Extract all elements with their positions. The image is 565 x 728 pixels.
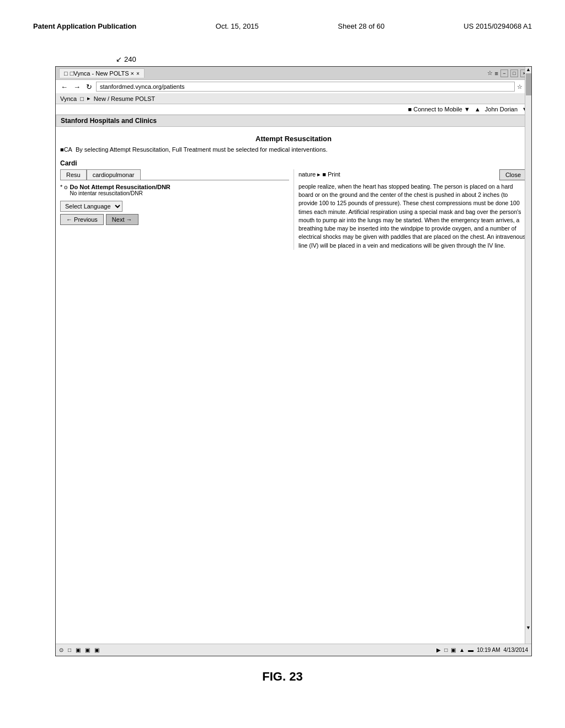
- user-name[interactable]: John Dorian: [485, 106, 518, 113]
- status-icon-2: □: [68, 647, 71, 653]
- tab-icon: □: [64, 70, 68, 77]
- app-navbar: Vynca □ ▸ New / Resume POLST: [56, 93, 531, 104]
- nav-breadcrumb-label: New / Resume POLST: [94, 95, 155, 102]
- restore-button[interactable]: □: [510, 69, 518, 77]
- browser-titlebar: □ □Vynca - New POLTS × × ☆ ≡ − □ ×: [56, 67, 531, 80]
- window-controls: ☆ ≡ − □ ×: [487, 69, 528, 77]
- nav-home-label[interactable]: Vynca: [60, 95, 77, 102]
- status-icon-4: ▣: [85, 647, 90, 653]
- arrow-symbol: ↙: [116, 55, 122, 63]
- patent-number: US 2015/0294068 A1: [463, 22, 532, 30]
- forward-button[interactable]: →: [72, 83, 82, 91]
- status-icon-1[interactable]: ⊙: [59, 647, 63, 653]
- app-mockup: □ □Vynca - New POLTS × × ☆ ≡ − □ × ←: [55, 66, 532, 656]
- status-icon-3: ▣: [76, 647, 81, 653]
- nav-icon-right: ▶: [436, 647, 441, 653]
- connect-icon: ■: [408, 106, 412, 113]
- nav-icon: □: [80, 95, 84, 102]
- status-right: ▶ □ ▣ ▲ ▬ 10:19 AM 4/13/2014: [436, 647, 528, 653]
- radio-dnr-label: Do Not Attempt Resuscitation/DNR: [70, 184, 170, 190]
- form-subtitle: By selecting Attempt Resuscitation, Full…: [76, 146, 328, 153]
- figure-label: FIG. 23: [262, 670, 302, 684]
- radio-dnr-symbol[interactable]: * o: [60, 184, 67, 190]
- resuscitation-description: people realize, when the heart has stopp…: [299, 183, 527, 250]
- language-select[interactable]: Select Language: [60, 201, 122, 212]
- tabs-row: Resu cardiopulmonar: [60, 169, 289, 180]
- connect-bar: ■ Connect to Mobile ▼ ▲ John Dorian ▼: [56, 104, 531, 115]
- close-button[interactable]: Close: [499, 169, 527, 180]
- signal-icon: ▲: [459, 647, 465, 653]
- refresh-button[interactable]: ↻: [84, 83, 94, 91]
- nav-separator: ▸: [87, 95, 90, 102]
- address-bar-input[interactable]: [96, 82, 515, 92]
- back-button[interactable]: ←: [59, 83, 70, 91]
- page-container: Patent Application Publication Oct. 15, …: [0, 0, 565, 728]
- status-time: 10:19 AM: [477, 647, 500, 653]
- browser-addressbar: ← → ↻ ☆ ≡: [56, 80, 531, 93]
- scroll-up-arrow[interactable]: ▲: [525, 67, 531, 72]
- figure-ref-number: 240: [124, 55, 136, 63]
- grid-icon: ▣: [451, 647, 456, 653]
- tab-cardiopulmonar[interactable]: cardiopulmonar: [87, 169, 141, 180]
- tab-resu[interactable]: Resu: [60, 169, 87, 180]
- connect-label: Connect to Mobile: [413, 106, 462, 113]
- section-header: Stanford Hospitals and Clinics: [56, 115, 531, 127]
- cardi-section-label: Cardi: [60, 159, 527, 167]
- right-column: nature ▸ ■ Print Close people realize, w…: [294, 169, 527, 250]
- form-section: Attempt Resuscitation ■CA By selecting A…: [56, 129, 531, 253]
- checkbox-ca[interactable]: ■CA: [60, 146, 72, 153]
- status-date: 4/13/2014: [504, 647, 529, 653]
- connect-mobile-button[interactable]: ■ Connect to Mobile ▼: [408, 106, 470, 113]
- star-icon[interactable]: ☆: [487, 69, 493, 77]
- form-title: Attempt Resuscitation: [60, 132, 527, 146]
- user-icon: ▲: [475, 106, 481, 113]
- patent-sheet: Sheet 28 of 60: [338, 22, 385, 30]
- two-col-layout: Resu cardiopulmonar * o Do Not Attempt R…: [60, 169, 527, 250]
- nav-buttons: ← Previous Next →: [60, 214, 289, 225]
- form-subtitle-row: ■CA By selecting Attempt Resuscitation, …: [60, 146, 527, 157]
- figure-ref-arrow: ↙ 240: [116, 55, 136, 63]
- battery-icon: ▬: [468, 647, 473, 653]
- status-bar: ⊙ □ ▣ ▣ ▣ ▶ □ ▣ ▲ ▬ 10:19 AM 4/13/2014: [56, 644, 531, 656]
- next-button[interactable]: Next →: [106, 214, 138, 225]
- radio-group: * o Do Not Attempt Resuscitation/DNR No …: [60, 184, 289, 196]
- patent-title: Patent Application Publication: [33, 22, 136, 30]
- previous-button[interactable]: ← Previous: [60, 214, 104, 225]
- section-header-text: Stanford Hospitals and Clinics: [61, 117, 157, 125]
- minimize-button[interactable]: −: [500, 69, 508, 77]
- radio-dnr: * o Do Not Attempt Resuscitation/DNR No …: [60, 184, 289, 196]
- tab-close-icon[interactable]: ×: [136, 71, 140, 77]
- scroll-down-arrow[interactable]: ▼: [525, 625, 531, 630]
- menu-icon[interactable]: ≡: [495, 70, 498, 77]
- status-icon-5: ▣: [94, 647, 99, 653]
- radio-dnr-sublabel: No intentar resuscitation/DNR: [70, 190, 170, 196]
- status-left: ⊙ □ ▣ ▣ ▣: [59, 647, 99, 653]
- connect-dropdown-icon[interactable]: ▼: [464, 106, 470, 113]
- scrollbar-thumb[interactable]: [526, 73, 531, 95]
- left-column: Resu cardiopulmonar * o Do Not Attempt R…: [60, 169, 294, 250]
- patent-date: Oct. 15, 2015: [216, 22, 259, 30]
- bottom-controls: Select Language ← Previous Next →: [60, 201, 289, 225]
- doc-icon: □: [444, 647, 447, 653]
- patent-header: Patent Application Publication Oct. 15, …: [33, 22, 532, 30]
- tab-label: □Vynca - New POLTS ×: [70, 70, 134, 77]
- popup-header: nature ▸ ■ Print Close: [299, 169, 527, 180]
- browser-tab[interactable]: □ □Vynca - New POLTS × ×: [59, 68, 145, 78]
- print-label[interactable]: nature ▸ ■ Print: [299, 170, 340, 179]
- bookmark-icon[interactable]: ☆: [517, 83, 523, 90]
- scrollbar-right[interactable]: ▲ ▼: [525, 67, 531, 644]
